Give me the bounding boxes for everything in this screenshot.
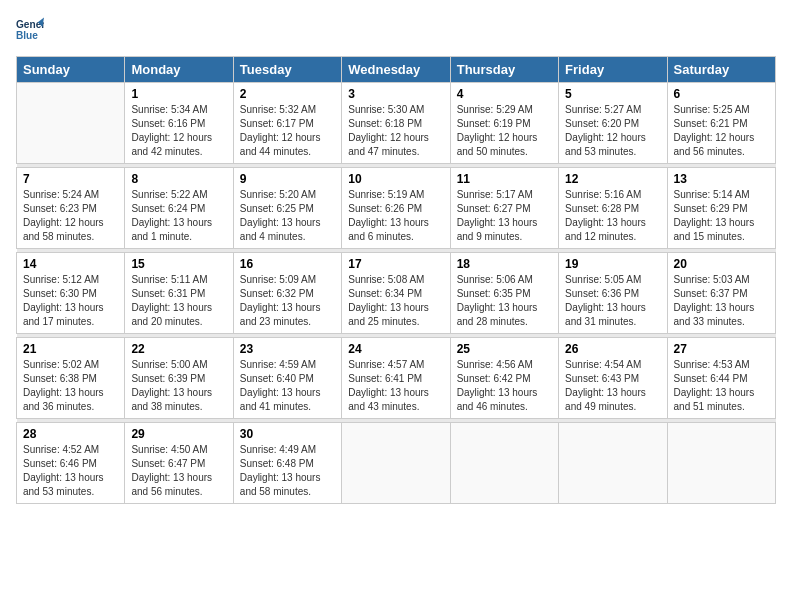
logo: General Blue: [16, 16, 44, 44]
day-number: 15: [131, 257, 226, 271]
day-info: Sunrise: 5:22 AMSunset: 6:24 PMDaylight:…: [131, 188, 226, 244]
day-info: Sunrise: 5:11 AMSunset: 6:31 PMDaylight:…: [131, 273, 226, 329]
week-row-4: 21Sunrise: 5:02 AMSunset: 6:38 PMDayligh…: [17, 338, 776, 419]
day-cell-28: 28Sunrise: 4:52 AMSunset: 6:46 PMDayligh…: [17, 423, 125, 504]
day-cell-16: 16Sunrise: 5:09 AMSunset: 6:32 PMDayligh…: [233, 253, 341, 334]
week-row-3: 14Sunrise: 5:12 AMSunset: 6:30 PMDayligh…: [17, 253, 776, 334]
day-cell-3: 3Sunrise: 5:30 AMSunset: 6:18 PMDaylight…: [342, 83, 450, 164]
day-cell-20: 20Sunrise: 5:03 AMSunset: 6:37 PMDayligh…: [667, 253, 775, 334]
day-number: 25: [457, 342, 552, 356]
calendar-header-row: SundayMondayTuesdayWednesdayThursdayFrid…: [17, 57, 776, 83]
day-info: Sunrise: 5:16 AMSunset: 6:28 PMDaylight:…: [565, 188, 660, 244]
day-header-saturday: Saturday: [667, 57, 775, 83]
day-cell-9: 9Sunrise: 5:20 AMSunset: 6:25 PMDaylight…: [233, 168, 341, 249]
day-cell-24: 24Sunrise: 4:57 AMSunset: 6:41 PMDayligh…: [342, 338, 450, 419]
day-number: 5: [565, 87, 660, 101]
day-number: 18: [457, 257, 552, 271]
day-info: Sunrise: 5:34 AMSunset: 6:16 PMDaylight:…: [131, 103, 226, 159]
day-cell-2: 2Sunrise: 5:32 AMSunset: 6:17 PMDaylight…: [233, 83, 341, 164]
empty-cell: [667, 423, 775, 504]
day-cell-18: 18Sunrise: 5:06 AMSunset: 6:35 PMDayligh…: [450, 253, 558, 334]
day-cell-25: 25Sunrise: 4:56 AMSunset: 6:42 PMDayligh…: [450, 338, 558, 419]
day-number: 30: [240, 427, 335, 441]
day-info: Sunrise: 5:09 AMSunset: 6:32 PMDaylight:…: [240, 273, 335, 329]
empty-cell: [559, 423, 667, 504]
day-cell-29: 29Sunrise: 4:50 AMSunset: 6:47 PMDayligh…: [125, 423, 233, 504]
day-number: 26: [565, 342, 660, 356]
week-row-5: 28Sunrise: 4:52 AMSunset: 6:46 PMDayligh…: [17, 423, 776, 504]
day-info: Sunrise: 4:52 AMSunset: 6:46 PMDaylight:…: [23, 443, 118, 499]
day-number: 8: [131, 172, 226, 186]
day-number: 12: [565, 172, 660, 186]
day-info: Sunrise: 5:20 AMSunset: 6:25 PMDaylight:…: [240, 188, 335, 244]
day-number: 23: [240, 342, 335, 356]
day-number: 9: [240, 172, 335, 186]
day-info: Sunrise: 5:17 AMSunset: 6:27 PMDaylight:…: [457, 188, 552, 244]
day-cell-21: 21Sunrise: 5:02 AMSunset: 6:38 PMDayligh…: [17, 338, 125, 419]
day-info: Sunrise: 5:32 AMSunset: 6:17 PMDaylight:…: [240, 103, 335, 159]
week-row-1: 1Sunrise: 5:34 AMSunset: 6:16 PMDaylight…: [17, 83, 776, 164]
day-number: 24: [348, 342, 443, 356]
day-info: Sunrise: 5:00 AMSunset: 6:39 PMDaylight:…: [131, 358, 226, 414]
day-cell-1: 1Sunrise: 5:34 AMSunset: 6:16 PMDaylight…: [125, 83, 233, 164]
day-info: Sunrise: 4:49 AMSunset: 6:48 PMDaylight:…: [240, 443, 335, 499]
day-header-sunday: Sunday: [17, 57, 125, 83]
day-number: 21: [23, 342, 118, 356]
day-header-friday: Friday: [559, 57, 667, 83]
day-number: 10: [348, 172, 443, 186]
day-info: Sunrise: 4:54 AMSunset: 6:43 PMDaylight:…: [565, 358, 660, 414]
day-cell-23: 23Sunrise: 4:59 AMSunset: 6:40 PMDayligh…: [233, 338, 341, 419]
day-info: Sunrise: 5:27 AMSunset: 6:20 PMDaylight:…: [565, 103, 660, 159]
day-info: Sunrise: 5:29 AMSunset: 6:19 PMDaylight:…: [457, 103, 552, 159]
day-cell-27: 27Sunrise: 4:53 AMSunset: 6:44 PMDayligh…: [667, 338, 775, 419]
day-info: Sunrise: 5:24 AMSunset: 6:23 PMDaylight:…: [23, 188, 118, 244]
day-cell-26: 26Sunrise: 4:54 AMSunset: 6:43 PMDayligh…: [559, 338, 667, 419]
day-info: Sunrise: 4:59 AMSunset: 6:40 PMDaylight:…: [240, 358, 335, 414]
day-number: 7: [23, 172, 118, 186]
day-cell-5: 5Sunrise: 5:27 AMSunset: 6:20 PMDaylight…: [559, 83, 667, 164]
svg-text:Blue: Blue: [16, 30, 38, 41]
day-info: Sunrise: 5:02 AMSunset: 6:38 PMDaylight:…: [23, 358, 118, 414]
day-number: 2: [240, 87, 335, 101]
day-cell-15: 15Sunrise: 5:11 AMSunset: 6:31 PMDayligh…: [125, 253, 233, 334]
page-header: General Blue: [16, 16, 776, 44]
week-row-2: 7Sunrise: 5:24 AMSunset: 6:23 PMDaylight…: [17, 168, 776, 249]
day-info: Sunrise: 5:05 AMSunset: 6:36 PMDaylight:…: [565, 273, 660, 329]
day-info: Sunrise: 5:14 AMSunset: 6:29 PMDaylight:…: [674, 188, 769, 244]
day-cell-10: 10Sunrise: 5:19 AMSunset: 6:26 PMDayligh…: [342, 168, 450, 249]
empty-cell: [342, 423, 450, 504]
day-number: 14: [23, 257, 118, 271]
day-number: 4: [457, 87, 552, 101]
day-cell-13: 13Sunrise: 5:14 AMSunset: 6:29 PMDayligh…: [667, 168, 775, 249]
day-number: 19: [565, 257, 660, 271]
day-cell-19: 19Sunrise: 5:05 AMSunset: 6:36 PMDayligh…: [559, 253, 667, 334]
day-cell-4: 4Sunrise: 5:29 AMSunset: 6:19 PMDaylight…: [450, 83, 558, 164]
day-number: 11: [457, 172, 552, 186]
day-number: 29: [131, 427, 226, 441]
day-cell-11: 11Sunrise: 5:17 AMSunset: 6:27 PMDayligh…: [450, 168, 558, 249]
empty-cell: [450, 423, 558, 504]
day-number: 28: [23, 427, 118, 441]
day-header-monday: Monday: [125, 57, 233, 83]
logo-icon: General Blue: [16, 16, 44, 44]
day-cell-8: 8Sunrise: 5:22 AMSunset: 6:24 PMDaylight…: [125, 168, 233, 249]
day-number: 6: [674, 87, 769, 101]
empty-cell: [17, 83, 125, 164]
day-cell-30: 30Sunrise: 4:49 AMSunset: 6:48 PMDayligh…: [233, 423, 341, 504]
day-info: Sunrise: 5:25 AMSunset: 6:21 PMDaylight:…: [674, 103, 769, 159]
day-info: Sunrise: 5:12 AMSunset: 6:30 PMDaylight:…: [23, 273, 118, 329]
day-header-tuesday: Tuesday: [233, 57, 341, 83]
day-cell-7: 7Sunrise: 5:24 AMSunset: 6:23 PMDaylight…: [17, 168, 125, 249]
day-number: 1: [131, 87, 226, 101]
day-header-wednesday: Wednesday: [342, 57, 450, 83]
day-info: Sunrise: 5:08 AMSunset: 6:34 PMDaylight:…: [348, 273, 443, 329]
day-number: 3: [348, 87, 443, 101]
day-info: Sunrise: 4:56 AMSunset: 6:42 PMDaylight:…: [457, 358, 552, 414]
day-cell-6: 6Sunrise: 5:25 AMSunset: 6:21 PMDaylight…: [667, 83, 775, 164]
day-number: 13: [674, 172, 769, 186]
day-header-thursday: Thursday: [450, 57, 558, 83]
day-cell-12: 12Sunrise: 5:16 AMSunset: 6:28 PMDayligh…: [559, 168, 667, 249]
day-info: Sunrise: 5:19 AMSunset: 6:26 PMDaylight:…: [348, 188, 443, 244]
day-info: Sunrise: 4:53 AMSunset: 6:44 PMDaylight:…: [674, 358, 769, 414]
day-cell-17: 17Sunrise: 5:08 AMSunset: 6:34 PMDayligh…: [342, 253, 450, 334]
